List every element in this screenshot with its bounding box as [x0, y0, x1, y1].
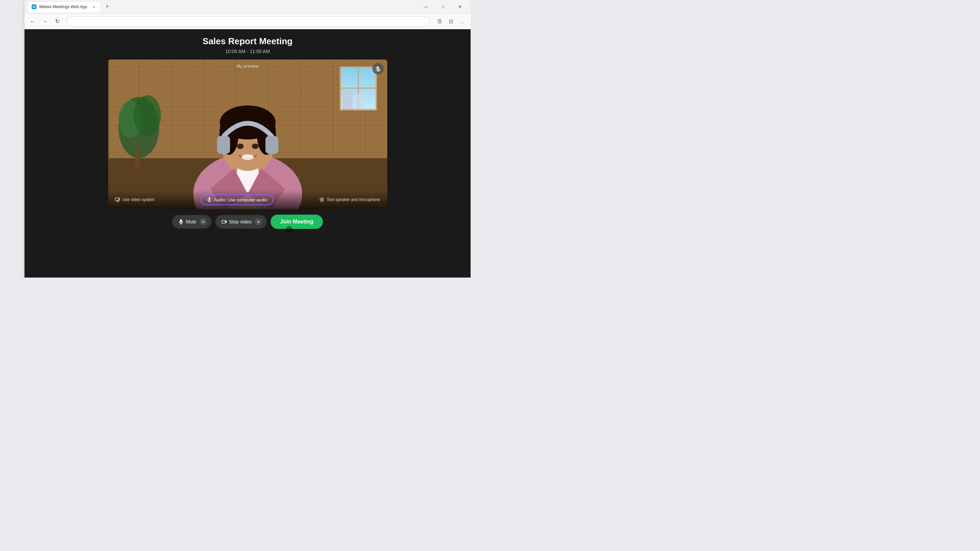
forward-button[interactable]: →	[40, 16, 50, 27]
svg-rect-19	[135, 148, 140, 168]
new-tab-button[interactable]: +	[102, 2, 112, 11]
mute-button[interactable]: Mute ▾	[172, 215, 211, 229]
video-system-icon	[115, 197, 121, 202]
video-preview: My preview	[108, 60, 387, 209]
gear-icon	[319, 197, 325, 202]
svg-rect-13	[301, 60, 301, 162]
title-bar: W Webex Meetings Web App ✕ + — □ ✕	[24, 0, 471, 14]
window-controls: — □ ✕	[418, 2, 468, 12]
content-area: Sales Report Meeting 10:00 AM - 11:00 AM	[24, 29, 471, 278]
close-button[interactable]: ✕	[452, 2, 468, 12]
stop-video-label: Stop video	[229, 219, 251, 224]
refresh-button[interactable]: ↻	[52, 16, 63, 27]
use-video-system-label: Use video system	[123, 197, 155, 202]
more-icon[interactable]: …	[457, 16, 468, 27]
audio-indicator[interactable]	[372, 63, 384, 75]
svg-rect-28	[342, 90, 353, 109]
browser-tab[interactable]: W Webex Meetings Web App ✕	[27, 2, 101, 12]
svg-rect-10	[204, 60, 204, 162]
camera-icon	[221, 219, 227, 224]
maximize-button[interactable]: □	[435, 2, 451, 12]
tab-title: Webex Meetings Web App	[39, 5, 87, 9]
navigation-bar: ← → ↻ ☰ ⊡ …	[24, 14, 471, 29]
tab-area: W Webex Meetings Web App ✕ +	[27, 2, 418, 12]
right-area	[471, 0, 495, 278]
test-speaker-button[interactable]: Test speaker and microphone	[319, 197, 380, 202]
left-sidebar	[0, 0, 24, 278]
audio-computer-button[interactable]: Audio: Use computer audio	[200, 194, 274, 205]
svg-rect-59	[222, 221, 225, 223]
hamburger-icon[interactable]: ☰	[434, 16, 445, 27]
svg-rect-9	[171, 60, 172, 162]
svg-rect-29	[355, 94, 363, 109]
stop-video-button[interactable]: Stop video ▾	[215, 215, 266, 229]
preview-label: My preview	[237, 64, 259, 69]
svg-rect-52	[208, 197, 210, 200]
audio-icon	[207, 197, 212, 202]
share-icon[interactable]: ⊡	[445, 16, 456, 27]
svg-rect-56	[180, 219, 182, 222]
nav-tools: ☰ ⊡ …	[434, 16, 468, 27]
tab-close-button[interactable]: ✕	[91, 4, 97, 10]
svg-point-40	[252, 143, 259, 149]
video-scene	[108, 60, 387, 209]
svg-rect-14	[333, 60, 334, 162]
video-bottom-controls: Use video system Audio: Use computer aud…	[108, 190, 387, 209]
use-video-system-button[interactable]: Use video system	[115, 197, 155, 202]
browser-window: W Webex Meetings Web App ✕ + — □ ✕ ← → ↻…	[24, 0, 471, 278]
mute-label: Mute	[186, 219, 196, 224]
mute-chevron[interactable]: ▾	[200, 218, 207, 225]
back-button[interactable]: ←	[27, 16, 38, 27]
join-meeting-button[interactable]: Join Meeting	[270, 214, 323, 229]
svg-rect-7	[108, 60, 109, 162]
meeting-title: Sales Report Meeting	[202, 36, 292, 47]
minimize-button[interactable]: —	[418, 2, 434, 12]
audio-computer-label: Audio: Use computer audio	[214, 197, 267, 202]
test-speaker-label: Test speaker and microphone	[327, 197, 380, 202]
svg-rect-37	[217, 136, 230, 154]
svg-point-55	[321, 199, 323, 201]
svg-point-39	[237, 143, 243, 149]
svg-point-41	[242, 154, 254, 160]
scene-svg	[108, 60, 387, 209]
svg-point-18	[134, 95, 161, 136]
meeting-time: 10:00 AM - 11:00 AM	[225, 49, 270, 54]
tab-favicon: W	[32, 5, 37, 9]
mic-icon	[178, 219, 184, 224]
address-bar[interactable]	[67, 16, 430, 27]
action-bar: Mute ▾ Stop video ▾ Join Meeting	[24, 209, 471, 236]
stop-video-chevron[interactable]: ▾	[255, 218, 262, 225]
svg-rect-38	[266, 136, 278, 154]
